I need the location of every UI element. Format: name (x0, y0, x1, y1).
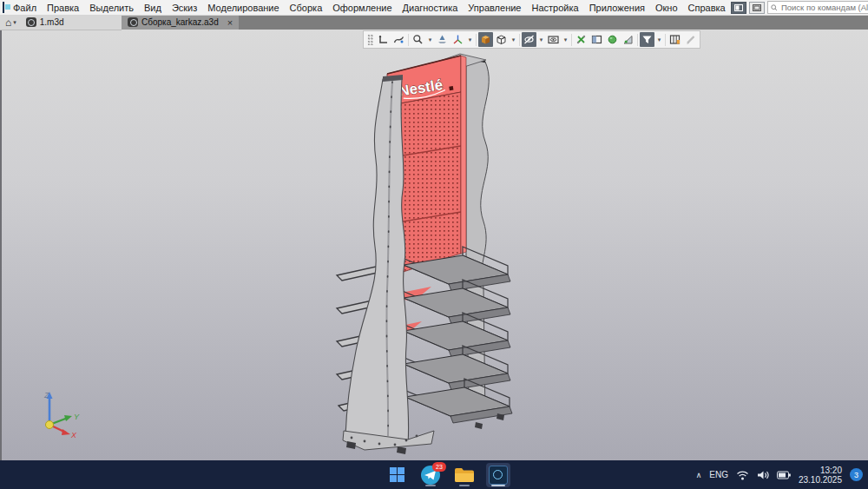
notification-badge[interactable]: 3 (850, 468, 863, 481)
file-explorer-app[interactable] (452, 463, 477, 487)
system-tray: ∧ ENG 13:20 23.10.2025 3 (696, 460, 868, 489)
speaker-icon[interactable] (757, 470, 769, 480)
start-button[interactable] (385, 463, 409, 487)
triad-x-label: X (70, 431, 77, 439)
hide-objects-icon[interactable] (522, 32, 536, 47)
menu-select[interactable]: Выделить (84, 1, 139, 15)
assembly-document-icon (128, 17, 138, 27)
menu-assembly[interactable]: Сборка (285, 1, 328, 15)
windows-taskbar: 23 ∧ ENG (0, 460, 868, 489)
show-objects-icon[interactable] (546, 32, 561, 47)
menu-settings[interactable]: Настройка (526, 1, 583, 15)
menu-diagnostics[interactable]: Диагностика (398, 1, 464, 15)
chevron-down-icon: ▾ (13, 19, 16, 26)
triad-icon[interactable] (450, 32, 465, 47)
3d-viewport[interactable]: ▾ ▾ ▾ ▾ ▾ (0, 30, 868, 460)
menu-sketch[interactable]: Эскиз (167, 1, 202, 15)
tab-close-icon[interactable]: × (227, 18, 233, 27)
kompas-app-icon (3, 2, 4, 13)
triad-y-label: Y (74, 413, 80, 421)
clock-time: 13:20 (799, 466, 842, 475)
menu-styling[interactable]: Оформление (327, 1, 397, 15)
menu-view[interactable]: Вид (139, 1, 167, 15)
view-toolbar: ▾ ▾ ▾ ▾ ▾ (363, 30, 700, 49)
document-tab-bar: ⌂ ▾ 1.m3d Сборка_karkaz.a3d × (0, 15, 868, 30)
search-icon (771, 4, 777, 11)
tab-1m3d[interactable]: 1.m3d (20, 15, 70, 30)
tab-label: Сборка_karkaz.a3d (141, 17, 219, 27)
chevron-up-icon[interactable]: ∧ (696, 471, 702, 479)
menu-applications[interactable]: Приложения (584, 1, 650, 15)
tab-sborka-karkaz[interactable]: Сборка_karkaz.a3d × (122, 15, 239, 30)
triad-z-label: Z (43, 391, 49, 400)
windows-logo-icon (390, 467, 404, 482)
telegram-badge: 23 (432, 462, 446, 472)
chevron-down-icon[interactable]: ▾ (510, 32, 517, 47)
screen-mode-icon[interactable] (749, 2, 765, 14)
chevron-down-icon[interactable]: ▾ (537, 32, 545, 47)
wifi-icon[interactable] (736, 470, 749, 480)
shelves[interactable] (398, 247, 512, 423)
fit-corner-icon[interactable] (376, 32, 391, 47)
menu-modeling[interactable]: Моделирование (202, 1, 284, 15)
clock-date: 23.10.2025 (799, 475, 842, 485)
orient-icon[interactable] (435, 32, 450, 47)
home-icon: ⌂ (5, 17, 11, 29)
section-icon[interactable] (589, 32, 604, 47)
chevron-down-icon[interactable]: ▾ (466, 32, 474, 47)
battery-icon[interactable] (777, 471, 791, 479)
kompas-icon (489, 466, 508, 485)
menu-file[interactable]: Файл (8, 1, 42, 15)
front-column[interactable] (345, 75, 409, 445)
sketch-curve-icon[interactable] (391, 32, 406, 47)
menu-help[interactable]: Справка (683, 1, 731, 15)
sphere-icon[interactable] (605, 32, 620, 47)
telegram-app[interactable]: 23 (418, 463, 443, 487)
filter-icon[interactable] (640, 32, 654, 47)
measure-icon[interactable] (621, 32, 635, 47)
origin-triad: Z Y X (43, 391, 80, 439)
taskbar-clock[interactable]: 13:20 23.10.2025 (799, 466, 842, 485)
wireframe-cube-icon[interactable] (494, 32, 509, 47)
language-indicator[interactable]: ENG (709, 470, 728, 479)
explorer-folder-icon (454, 466, 475, 484)
menu-management[interactable]: Управление (463, 1, 526, 15)
part-document-icon (26, 17, 36, 27)
chevron-down-icon[interactable]: ▾ (655, 32, 663, 47)
chevron-down-icon[interactable]: ▾ (426, 32, 434, 47)
command-search[interactable] (767, 1, 868, 14)
edit-pencil-icon (683, 32, 698, 47)
menu-bar: Файл Правка Выделить Вид Эскиз Моделиров… (0, 0, 868, 16)
chevron-down-icon[interactable]: ▾ (562, 32, 569, 47)
tab-label: 1.m3d (40, 17, 64, 27)
shaded-cube-icon[interactable] (478, 32, 493, 47)
model-nestle-display-stand[interactable]: Nestlé (0, 30, 868, 460)
search-input[interactable] (779, 2, 868, 13)
properties-icon[interactable] (667, 32, 682, 47)
home-button[interactable]: ⌂ ▾ (0, 17, 20, 29)
zoom-icon[interactable] (411, 32, 425, 47)
kompas-3d-app[interactable] (486, 463, 510, 487)
menu-edit[interactable]: Правка (42, 1, 84, 15)
menu-window[interactable]: Окно (650, 1, 683, 15)
snap-icon[interactable] (574, 32, 589, 47)
grip-handle[interactable] (367, 34, 373, 45)
layout-toggle-icon[interactable] (731, 2, 746, 14)
